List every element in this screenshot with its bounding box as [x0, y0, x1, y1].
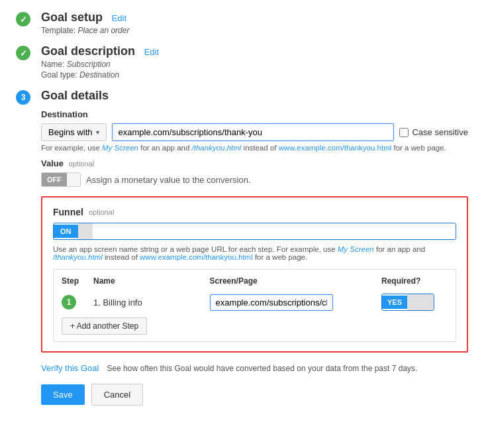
goal-description-section: ✓ Goal description Edit Name: Subscripti… — [16, 44, 468, 80]
case-sensitive-checkbox[interactable] — [399, 128, 409, 137]
verify-row: Verify this Goal See how often this Goal… — [41, 363, 468, 373]
goal-setup-section: ✓ Goal setup Edit Template: Place an ord… — [16, 11, 468, 35]
step-col-header: Step — [62, 276, 88, 286]
value-optional: optional — [69, 160, 95, 168]
table-row: 1 1. Billing info YES — [62, 294, 448, 311]
step-name-cell: 1. Billing info — [93, 298, 205, 308]
add-step-button[interactable]: + Add another Step — [62, 317, 147, 335]
destination-row: Begins with ▾ Case sensitive — [41, 123, 468, 141]
on-label: ON — [54, 225, 78, 238]
funnel-optional: optional — [89, 208, 115, 216]
case-sensitive-row: Case sensitive — [399, 127, 468, 137]
steps-table: Step Name Screen/Page Required? 1 — [53, 269, 456, 342]
funnel-box: Funnel optional ON Use an app screen nam… — [41, 196, 468, 353]
no-part — [407, 294, 434, 310]
begins-with-label: Begins with — [48, 127, 92, 137]
value-row: OFF Assign a monetary value to the conve… — [41, 172, 468, 187]
goal-setup-edit-link[interactable]: Edit — [112, 13, 126, 23]
steps-header: Step Name Screen/Page Required? — [62, 276, 448, 288]
toggle-off-part — [78, 223, 93, 239]
funnel-hint: Use an app screen name string or a web p… — [53, 245, 456, 261]
goal-setup-template: Template: Place an order — [41, 26, 468, 35]
step-num-circle: 1 — [62, 295, 76, 309]
dropdown-arrow-icon: ▾ — [96, 129, 99, 136]
goal-description-icon: ✓ — [16, 46, 34, 60]
step-name-text: 1. Billing info — [93, 298, 142, 308]
goal-setup-content: Goal setup Edit Template: Place an order — [41, 11, 468, 35]
action-row: Save Cancel — [41, 384, 468, 406]
begins-with-dropdown[interactable]: Begins with ▾ — [41, 123, 107, 141]
case-sensitive-label: Case sensitive — [412, 127, 468, 137]
goal-description-title: Goal description — [41, 44, 135, 58]
value-label: Value — [41, 158, 64, 168]
destination-hint: For example, use My Screen for an app an… — [41, 144, 468, 152]
funnel-header: Funnel optional — [53, 207, 456, 217]
template-label: Template: — [41, 26, 75, 35]
goal-details-icon: 3 — [16, 90, 34, 105]
required-toggle[interactable]: YES — [381, 294, 434, 311]
type-value: Destination — [79, 70, 119, 80]
value-toggle-off[interactable]: OFF — [41, 172, 81, 187]
goal-description-content: Goal description Edit Name: Subscription… — [41, 44, 468, 80]
goal-setup-title: Goal setup — [41, 11, 103, 24]
yes-label: YES — [382, 296, 407, 309]
name-value: Subscription — [67, 60, 111, 69]
funnel-toggle-on[interactable]: ON — [53, 223, 456, 240]
goal-type-row: Goal type: Destination — [41, 70, 468, 80]
type-label: Goal type: — [41, 70, 77, 80]
off-label: OFF — [42, 173, 67, 186]
cancel-button[interactable]: Cancel — [91, 384, 143, 406]
name-label: Name: — [41, 60, 64, 69]
goal-details-content: Goal details Destination Begins with ▾ C… — [41, 89, 468, 406]
destination-input[interactable] — [112, 123, 394, 141]
goal-details-section: 3 Goal details Destination Begins with ▾… — [16, 89, 468, 406]
check-icon-1: ✓ — [16, 12, 30, 27]
name-col-header: Name — [93, 276, 205, 286]
verify-goal-link[interactable]: Verify this Goal — [41, 363, 99, 373]
required-cell: YES — [381, 294, 448, 311]
screen-col-header: Screen/Page — [210, 276, 376, 286]
step-number-3: 3 — [16, 90, 30, 105]
check-icon-2: ✓ — [16, 46, 30, 60]
save-button[interactable]: Save — [41, 384, 85, 405]
goal-name-row: Name: Subscription — [41, 60, 468, 69]
destination-label: Destination — [41, 109, 468, 119]
goal-description-edit-link[interactable]: Edit — [144, 47, 159, 57]
step-screen-input[interactable] — [210, 294, 333, 311]
funnel-label: Funnel — [53, 207, 83, 217]
verify-description: See how often this Goal would have conve… — [107, 364, 417, 373]
goal-details-title: Goal details — [41, 89, 109, 102]
template-value: Place an order — [77, 26, 129, 35]
step-screen-cell — [210, 294, 376, 311]
step-col: 1 — [62, 295, 88, 309]
goal-setup-icon: ✓ — [16, 12, 34, 27]
assign-text: Assign a monetary value to the conversio… — [86, 175, 251, 185]
required-col-header: Required? — [381, 276, 448, 286]
